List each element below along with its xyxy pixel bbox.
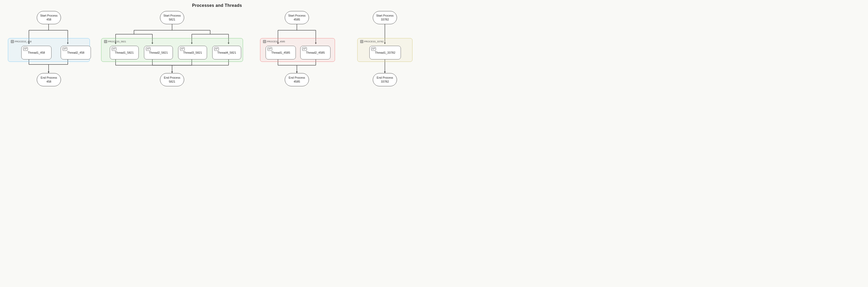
svg-rect-69	[361, 40, 362, 41]
process-group-458-label: PROCESS_458	[11, 40, 32, 43]
svg-rect-58	[12, 40, 13, 41]
start-process-458-label: Start Process458	[40, 14, 58, 22]
thread-icon-2-4585	[302, 47, 307, 51]
process-group-5821-label: PROCESS_5821	[104, 40, 126, 43]
process-group-4585-text: PROCESS_4585	[267, 40, 285, 43]
start-process-458: Start Process458	[37, 11, 61, 24]
process-icon-5821	[104, 40, 107, 43]
process-group-5821: PROCESS_5821 Thread1_5821 Thread2_5821 T…	[101, 38, 243, 62]
arrows-overlay	[0, 0, 434, 143]
process-group-4585: PROCESS_4585 Thread1_4585 Thread2_4585	[260, 38, 335, 62]
svg-rect-62	[106, 40, 107, 41]
thread1-4585: Thread1_4585	[266, 46, 296, 59]
thread-icon-1-458	[23, 47, 28, 51]
thread1-5821: Thread1_5821	[110, 46, 139, 59]
process-group-33782-label: PROCESS_33782	[360, 40, 383, 43]
thread1-33782-label: Thread1_33782	[375, 51, 395, 54]
svg-rect-65	[264, 40, 264, 41]
end-process-5821: End Process5821	[160, 73, 184, 86]
end-process-458-label: End Process458	[41, 76, 57, 84]
thread4-5821-label: Thread4_5821	[217, 51, 236, 54]
thread1-458-label: Thread1_458	[28, 51, 45, 54]
start-process-4585-label: Start Process4585	[288, 14, 306, 22]
thread2-4585: Thread2_4585	[300, 46, 331, 59]
svg-rect-60	[12, 42, 13, 42]
thread2-5821-label: Thread2_5821	[149, 51, 168, 54]
thread-icon-3-5821	[180, 47, 185, 51]
start-process-5821-label: Start Process5821	[163, 14, 181, 22]
svg-rect-66	[265, 40, 266, 41]
process-group-5821-text: PROCESS_5821	[108, 40, 126, 43]
thread1-33782: Thread1_33782	[369, 46, 401, 59]
thread2-458-label: Thread2_458	[67, 51, 84, 54]
thread-icon-2-458	[63, 47, 67, 51]
svg-rect-72	[362, 42, 363, 42]
svg-rect-67	[264, 42, 264, 42]
svg-rect-64	[106, 42, 107, 42]
svg-rect-70	[362, 40, 363, 41]
end-process-4585: End Process4585	[285, 73, 309, 86]
end-process-33782: End Process33782	[373, 73, 397, 86]
svg-rect-61	[104, 40, 105, 41]
svg-rect-71	[361, 42, 362, 42]
thread2-5821: Thread2_5821	[144, 46, 173, 59]
process-icon-4585	[263, 40, 266, 43]
svg-rect-63	[104, 42, 105, 42]
process-group-4585-label: PROCESS_4585	[263, 40, 285, 43]
thread-icon-1-33782	[371, 47, 376, 51]
start-process-5821: Start Process5821	[160, 11, 184, 24]
end-process-4585-label: End Process4585	[289, 76, 305, 84]
thread-icon-1-4585	[268, 47, 272, 51]
end-process-5821-label: End Process5821	[164, 76, 180, 84]
end-process-458: End Process458	[37, 73, 61, 86]
process-group-33782-text: PROCESS_33782	[364, 40, 383, 43]
thread-icon-2-5821	[146, 47, 151, 51]
thread-icon-1-5821	[112, 47, 116, 51]
end-process-33782-label: End Process33782	[377, 76, 393, 84]
thread1-4585-label: Thread1_4585	[271, 51, 290, 54]
svg-rect-57	[11, 40, 12, 41]
process-group-458: PROCESS_458 Thread1_458 Thread2_458	[8, 38, 90, 62]
process-group-33782: PROCESS_33782 Thread1_33782	[357, 38, 412, 62]
start-process-33782-label: Start Process33782	[376, 14, 394, 22]
start-process-4585: Start Process4585	[285, 11, 309, 24]
thread3-5821: Thread3_5821	[178, 46, 207, 59]
thread4-5821: Thread4_5821	[212, 46, 241, 59]
process-icon-458	[11, 40, 14, 43]
thread2-4585-label: Thread2_4585	[306, 51, 325, 54]
thread3-5821-label: Thread3_5821	[183, 51, 202, 54]
diagram-title: Processes and Threads	[0, 0, 434, 8]
thread-icon-4-5821	[214, 47, 219, 51]
start-process-33782: Start Process33782	[373, 11, 397, 24]
diagram-container: Processes and Threads	[0, 0, 434, 143]
process-icon-33782	[360, 40, 363, 43]
thread2-458: Thread2_458	[61, 46, 91, 59]
thread1-458: Thread1_458	[21, 46, 52, 59]
thread1-5821-label: Thread1_5821	[115, 51, 134, 54]
process-group-458-text: PROCESS_458	[15, 40, 32, 43]
svg-rect-59	[11, 42, 12, 42]
svg-rect-68	[265, 42, 266, 42]
